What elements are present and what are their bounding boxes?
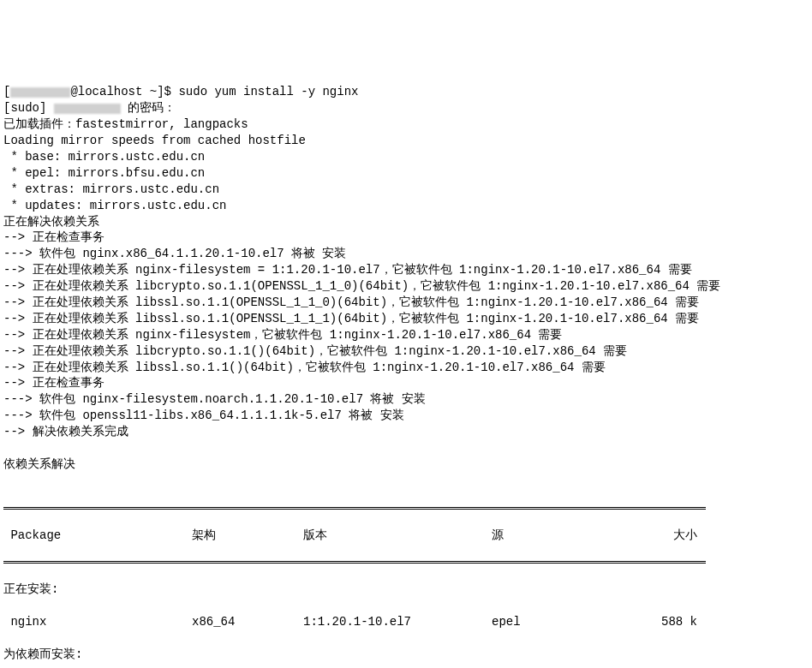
cell-repo: epel <box>492 614 603 630</box>
package-table: Package架构版本源大小 正在安装: nginxx86_641:1.20.1… <box>3 489 706 668</box>
output-line: --> 正在处理依赖关系 libcrypto.so.1.1(OPENSSL_1_… <box>3 279 720 293</box>
col-repo: 源 <box>492 528 603 544</box>
output-line: ---> 软件包 nginx-filesystem.noarch.1.1.20.… <box>3 392 426 406</box>
sudo-suffix: 的密码： <box>121 101 176 115</box>
redacted-user-sudo <box>54 104 121 114</box>
section-installing: 正在安装: <box>3 582 706 598</box>
output-line: * base: mirrors.ustc.edu.cn <box>3 150 205 164</box>
output-line: --> 正在处理依赖关系 libssl.so.1.1()(64bit)，它被软件… <box>3 361 606 374</box>
output-line: --> 正在处理依赖关系 nginx-filesystem，它被软件包 1:ng… <box>3 328 562 342</box>
prompt-host: @localhost ~]$ <box>70 85 178 98</box>
terminal-output: [@localhost ~]$ sudo yum install -y ngin… <box>3 69 812 668</box>
section-deps: 为依赖而安装: <box>3 647 706 663</box>
col-arch: 架构 <box>192 528 303 544</box>
output-line: --> 解决依赖关系完成 <box>3 425 128 438</box>
output-line: 依赖关系解决 <box>3 457 75 471</box>
cell-arch: x86_64 <box>192 614 303 630</box>
output-line: * updates: mirrors.ustc.edu.cn <box>3 199 226 212</box>
redacted-user <box>10 87 70 98</box>
output-line: --> 正在检查事务 <box>3 230 104 244</box>
output-line: ---> 软件包 openssl11-libs.x86_64.1.1.1.1k-… <box>3 409 404 422</box>
col-version: 版本 <box>303 528 492 544</box>
cell-name: nginx <box>3 614 192 630</box>
col-size: 大小 <box>603 528 706 544</box>
command-text: sudo yum install -y nginx <box>178 85 358 98</box>
output-line: --> 正在处理依赖关系 nginx-filesystem = 1:1.20.1… <box>3 263 692 277</box>
prompt-line[interactable]: [@localhost ~]$ sudo yum install -y ngin… <box>3 85 358 98</box>
sudo-prompt: [sudo] 的密码： <box>3 101 176 115</box>
output-line: ---> 软件包 nginx.x86_64.1.1.20.1-10.el7 将被… <box>3 247 346 260</box>
output-line: --> 正在检查事务 <box>3 376 104 390</box>
output-line: --> 正在处理依赖关系 libssl.so.1.1(OPENSSL_1_1_1… <box>3 312 699 325</box>
table-divider-double <box>3 561 706 564</box>
cell-version: 1:1.20.1-10.el7 <box>303 614 492 630</box>
table-row: nginxx86_641:1.20.1-10.el7epel588 k <box>3 614 706 630</box>
col-package: Package <box>3 528 192 544</box>
prompt-bracket: [ <box>3 85 10 98</box>
output-line: --> 正在处理依赖关系 libssl.so.1.1(OPENSSL_1_1_0… <box>3 295 699 309</box>
output-line: Loading mirror speeds from cached hostfi… <box>3 134 306 147</box>
output-line: 正在解决依赖关系 <box>3 215 99 229</box>
cell-size: 588 k <box>603 614 706 630</box>
table-divider-double <box>3 507 706 510</box>
output-line: * epel: mirrors.bfsu.edu.cn <box>3 166 205 180</box>
output-line: * extras: mirrors.ustc.edu.cn <box>3 182 219 196</box>
output-line: --> 正在处理依赖关系 libcrypto.so.1.1()(64bit)，它… <box>3 344 627 358</box>
table-header: Package架构版本源大小 <box>3 528 706 544</box>
sudo-prefix: [sudo] <box>3 101 54 115</box>
output-line: 已加载插件：fastestmirror, langpacks <box>3 117 248 131</box>
